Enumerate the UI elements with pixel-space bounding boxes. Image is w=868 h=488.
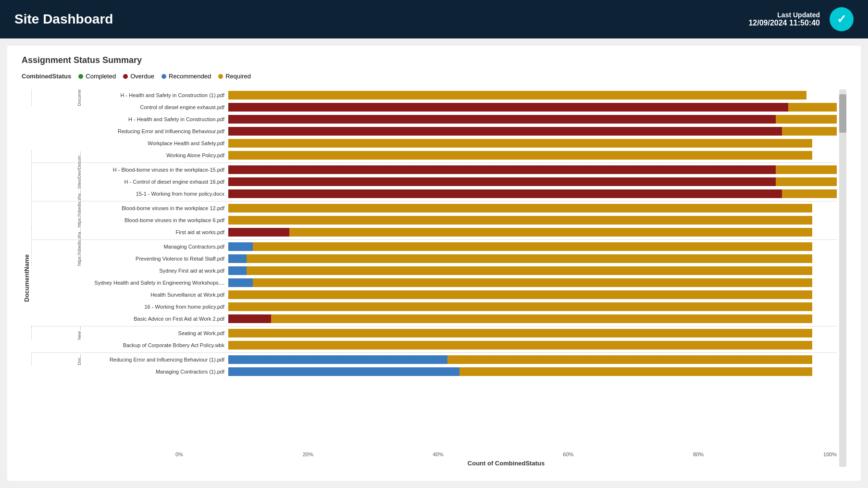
bar-label: Health Surveillance at Work.pdf: [84, 292, 228, 298]
header: Site Dashboard Last Updated 12/09/2024 1…: [0, 0, 868, 38]
bar-track: [228, 127, 837, 136]
bar-label: Managing Contractors (1).pdf: [84, 369, 228, 375]
bar-track: [228, 341, 837, 350]
bar-label: 16 - Working from home policy.pdf: [84, 304, 228, 310]
bar-segment: [228, 242, 253, 251]
bar-row: Doc...Reducing Error and Influencing Beh…: [31, 354, 837, 365]
bar-segment: [228, 189, 782, 198]
bar-track: [228, 329, 837, 338]
bar-row: First aid at works.pdf: [31, 226, 837, 238]
bar-segment: [228, 115, 776, 124]
recommended-dot: [161, 74, 166, 79]
bar-track: [228, 139, 837, 148]
bar-track: [228, 115, 837, 124]
bar-track: [228, 91, 837, 100]
bar-segment: [228, 151, 812, 160]
bar-segment: [228, 341, 812, 350]
x-tick-40: 40%: [433, 451, 443, 457]
bar-track: [228, 302, 837, 311]
x-axis: 0% 20% 40% 60% 80% 100% Count of Combine…: [175, 449, 837, 467]
bar-row: Workplace Health and Safety.pdf: [31, 138, 837, 149]
x-tick-20: 20%: [303, 451, 313, 457]
bar-segment: [253, 242, 813, 251]
bar-row: Managing Contractors (1).pdf: [31, 366, 837, 377]
bar-row: 16 - Working from home policy.pdf: [31, 301, 837, 313]
bar-segment: [228, 139, 812, 148]
bar-row: DocumentsH - Health and Safety in Constr…: [31, 89, 837, 101]
bar-row: Sydney Health and Safety in Engineering …: [31, 277, 837, 288]
bar-track: [228, 228, 837, 237]
bar-segment: [776, 177, 837, 186]
overdue-label: Overdue: [130, 73, 154, 80]
x-tick-80: 80%: [693, 451, 704, 457]
bar-segment: [271, 314, 813, 323]
bar-label: Basic Advice on First Aid at Work 2.pdf: [84, 316, 228, 322]
bar-label: Seating at Work.pdf: [84, 330, 228, 336]
scrollbar[interactable]: [839, 89, 846, 467]
x-tick-100: 100%: [823, 451, 837, 457]
scrollbar-thumb[interactable]: [839, 94, 846, 133]
checkmark-icon: ✓: [837, 13, 846, 26]
x-ticks: 0% 20% 40% 60% 80% 100%: [175, 449, 837, 457]
bar-label: 15-1 - Working from home policy.docx: [84, 191, 228, 197]
bar-track: [228, 254, 837, 263]
bar-segment: [228, 165, 776, 174]
last-updated: Last Updated 12/09/2024 11:50:40: [748, 11, 820, 27]
bar-track: [228, 278, 837, 287]
bar-segment: [247, 266, 812, 275]
bar-segment: [228, 254, 247, 263]
bar-segment: [228, 278, 253, 287]
recommended-label: Recommended: [169, 73, 211, 80]
bar-label: Control of diesel engine exhaust.pdf: [84, 104, 228, 110]
bar-track: [228, 266, 837, 275]
main-content: Assignment Status Summary CombinedStatus…: [7, 46, 861, 481]
bar-segment: [788, 103, 837, 112]
bar-label: Working Alone Policy.pdf: [84, 152, 228, 158]
y-axis-label: DocumentName: [22, 89, 31, 467]
bar-track: [228, 151, 837, 160]
logo-icon: ✓: [830, 7, 854, 31]
last-updated-label: Last Updated: [748, 11, 820, 19]
bar-row: Control of diesel engine exhaust.pdf: [31, 101, 837, 113]
bar-label: H - Health and Safety in Construction.pd…: [84, 116, 228, 122]
page-title: Site Dashboard: [14, 12, 113, 27]
bar-track: [228, 367, 837, 376]
bar-segment: [228, 355, 447, 364]
bar-row: https://obedis.sharepoint.com/sites/Dev/…: [31, 241, 837, 252]
bar-track: [228, 103, 837, 112]
required-dot: [218, 74, 223, 79]
group-label: New ...: [77, 326, 82, 340]
bar-track: [228, 314, 837, 323]
bar-row: Sydney First aid at work.pdf: [31, 265, 837, 276]
x-axis-title: Count of CombinedStatus: [175, 460, 837, 467]
legend-label: CombinedStatus: [22, 73, 71, 80]
bar-label: First aid at works.pdf: [84, 229, 228, 235]
bar-row: Preventing Violence to Retail Staff.pdf: [31, 253, 837, 264]
bar-segment: [228, 266, 247, 275]
bar-segment: [253, 278, 813, 287]
bar-segment: [228, 228, 289, 237]
bar-segment: [228, 103, 788, 112]
bar-track: [228, 290, 837, 299]
header-right: Last Updated 12/09/2024 11:50:40 ✓: [748, 7, 854, 31]
bar-track: [228, 242, 837, 251]
bar-row: Sites/Dev/Docume...H - Blood-borne virus…: [31, 164, 837, 175]
legend: CombinedStatus Completed Overdue Recomme…: [22, 73, 846, 80]
group-label: Doc...: [77, 354, 82, 365]
bar-segment: [228, 216, 812, 225]
bar-label: Sydney Health and Safety in Engineering …: [84, 280, 228, 286]
bar-label: Blood-borne viruses in the workplace 6.p…: [84, 217, 228, 223]
bar-label: Managing Contractors.pdf: [84, 244, 228, 250]
bar-row: Working Alone Policy.pdf: [31, 150, 837, 161]
bar-segment: [228, 302, 812, 311]
bar-track: [228, 189, 837, 198]
last-updated-value: 12/09/2024 11:50:40: [748, 19, 820, 27]
bar-segment: [289, 228, 813, 237]
bar-segment: [782, 189, 837, 198]
bar-segment: [459, 367, 812, 376]
bar-label: Backup of Corporate Bribery Act Policy.w…: [84, 342, 228, 348]
bar-segment: [247, 254, 812, 263]
legend-item-completed: Completed: [78, 73, 116, 80]
bar-label: H - Health and Safety in Construction (1…: [84, 92, 228, 98]
bar-segment: [228, 177, 776, 186]
